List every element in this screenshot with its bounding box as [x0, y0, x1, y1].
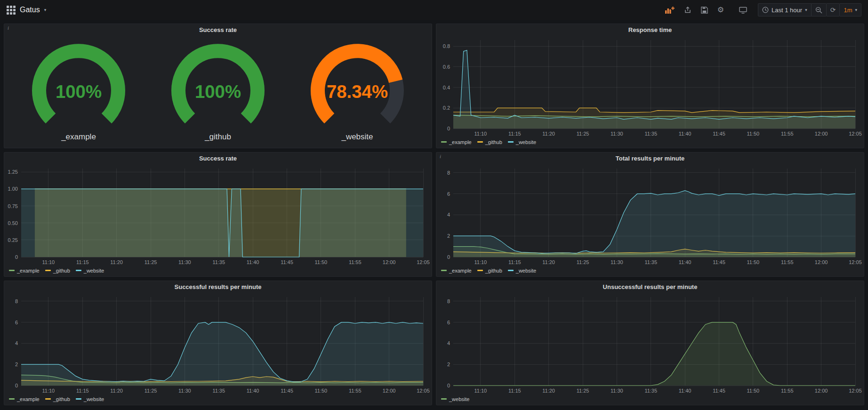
legend-item-_github[interactable]: _github	[45, 268, 70, 273]
gauge-title: _github	[205, 132, 231, 142]
svg-text:11:40: 11:40	[679, 131, 691, 137]
svg-text:12:00: 12:00	[383, 259, 396, 265]
legend-item-_example[interactable]: _example	[441, 139, 472, 145]
legend-item-_github[interactable]: _github	[477, 139, 502, 145]
svg-text:11:20: 11:20	[542, 131, 555, 137]
svg-text:12:05: 12:05	[849, 131, 862, 137]
svg-text:100%: 100%	[56, 81, 102, 102]
legend-series-label: _example	[17, 268, 40, 273]
legend-item-_example[interactable]: _example	[9, 396, 40, 402]
panel-info-icon[interactable]: i	[440, 153, 441, 159]
legend-item-_website[interactable]: _website	[441, 396, 469, 402]
panel-title: Unsuccessful results per minute	[603, 283, 698, 290]
svg-text:11:30: 11:30	[611, 131, 623, 137]
panel-header[interactable]: Success rate	[4, 24, 432, 36]
panel-title: Total results per minute	[616, 155, 684, 162]
cycle-view-mode-button[interactable]	[735, 3, 751, 16]
panel-success-rate-timeseries: Success rate 11:1011:1511:2011:2511:3011…	[4, 152, 432, 277]
panel-header[interactable]: Success rate	[4, 153, 432, 164]
total-results-chart[interactable]: 11:1011:1511:2011:2511:3011:3511:4011:45…	[436, 164, 864, 267]
legend-item-_example[interactable]: _example	[9, 268, 40, 273]
svg-text:0: 0	[447, 254, 450, 260]
svg-text:2: 2	[447, 362, 450, 367]
refresh-interval-dropdown[interactable]: 1m ▾	[840, 3, 861, 16]
svg-text:11:45: 11:45	[281, 259, 293, 265]
panel-title: Successful results per minute	[175, 283, 262, 290]
svg-text:11:10: 11:10	[474, 131, 487, 137]
legend-item-_github[interactable]: _github	[45, 396, 70, 402]
legend-color-swatch	[76, 398, 81, 400]
top-navbar: Gatus ▾ ⚙	[0, 0, 868, 20]
panel-title: Success rate	[199, 155, 237, 162]
panel-unsuccessful-results: Unsuccessful results per minute 11:1011:…	[436, 281, 864, 405]
panel-header[interactable]: Unsuccessful results per minute	[436, 281, 864, 293]
legend-item-_github[interactable]: _github	[477, 268, 502, 273]
svg-text:6: 6	[15, 320, 18, 325]
svg-text:11:20: 11:20	[110, 259, 123, 265]
svg-text:6: 6	[447, 191, 450, 197]
panel-info-icon[interactable]: i	[8, 25, 9, 31]
svg-text:11:50: 11:50	[747, 388, 760, 394]
legend-item-_website[interactable]: _website	[508, 139, 536, 145]
gauge-_website: 78.34%_website	[292, 42, 422, 142]
svg-text:11:10: 11:10	[42, 388, 55, 394]
monitor-icon	[739, 7, 747, 14]
svg-text:12:00: 12:00	[815, 259, 828, 265]
legend-item-_website[interactable]: _website	[76, 268, 104, 273]
panel-response-time: Response time 11:1011:1511:2011:2511:301…	[436, 24, 864, 148]
gauge-title: _website	[341, 132, 373, 142]
dashboard-grid: i Success rate 100%_example100%_github78…	[0, 20, 868, 409]
svg-text:0.2: 0.2	[443, 105, 450, 111]
legend-item-_website[interactable]: _website	[508, 268, 536, 273]
add-panel-icon	[665, 7, 675, 14]
svg-text:0: 0	[447, 383, 450, 388]
success-rate-chart[interactable]: 11:1011:1511:2011:2511:3011:3511:4011:45…	[4, 164, 432, 267]
svg-text:11:50: 11:50	[747, 259, 760, 265]
time-range-picker[interactable]: Last 1 hour ▾	[758, 3, 812, 16]
svg-text:8: 8	[15, 298, 18, 304]
svg-text:0: 0	[15, 383, 18, 388]
share-button[interactable]	[680, 3, 696, 16]
refresh-button[interactable]: ⟳	[827, 3, 840, 16]
chevron-down-icon[interactable]: ▾	[44, 8, 47, 12]
chart-legend: _example_github_website	[436, 267, 864, 276]
legend-series-label: _website	[516, 139, 536, 145]
add-panel-button[interactable]	[661, 3, 679, 16]
dashboards-grid-icon[interactable]	[7, 6, 16, 15]
save-button[interactable]	[697, 3, 712, 16]
legend-series-label: _example	[449, 268, 472, 273]
chart-legend: _example_github_website	[4, 395, 432, 405]
svg-text:100%: 100%	[195, 81, 241, 102]
chevron-down-icon: ▾	[805, 8, 807, 12]
unsuccessful-results-chart[interactable]: 11:1011:1511:2011:2511:3011:3511:4011:45…	[436, 293, 864, 395]
response-time-chart[interactable]: 11:1011:1511:2011:2511:3011:3511:4011:45…	[436, 36, 864, 138]
legend-series-label: _website	[84, 268, 104, 273]
svg-text:11:35: 11:35	[212, 259, 225, 265]
svg-text:11:40: 11:40	[679, 259, 691, 265]
panel-header[interactable]: Total results per minute	[436, 153, 864, 164]
legend-item-_website[interactable]: _website	[76, 396, 104, 402]
legend-color-swatch	[45, 398, 51, 400]
dashboard-breadcrumb: Gatus ▾	[7, 6, 46, 15]
panel-header[interactable]: Response time	[436, 24, 864, 36]
successful-results-chart[interactable]: 11:1011:1511:2011:2511:3011:3511:4011:45…	[4, 293, 432, 395]
dashboard-settings-button[interactable]: ⚙	[713, 3, 728, 16]
svg-text:11:55: 11:55	[781, 131, 794, 137]
legend-item-_example[interactable]: _example	[441, 268, 472, 273]
time-controls: Last 1 hour ▾ ⟳ 1m ▾	[758, 3, 861, 16]
chart-legend: _example_github_website	[4, 267, 432, 276]
dashboard-title[interactable]: Gatus	[20, 6, 40, 14]
legend-color-swatch	[9, 398, 15, 400]
svg-text:4: 4	[15, 340, 18, 346]
svg-text:11:55: 11:55	[349, 388, 362, 394]
refresh-icon: ⟳	[830, 7, 836, 13]
svg-text:11:45: 11:45	[713, 259, 725, 265]
zoom-out-time-button[interactable]	[812, 3, 827, 16]
save-icon	[701, 7, 708, 14]
legend-series-label: _github	[485, 268, 502, 273]
panel-header[interactable]: Successful results per minute	[4, 281, 432, 293]
svg-text:11:15: 11:15	[508, 388, 521, 394]
svg-text:1.00: 1.00	[8, 186, 18, 192]
legend-color-swatch	[76, 270, 81, 271]
panel-total-results: i Total results per minute 11:1011:1511:…	[436, 152, 864, 277]
